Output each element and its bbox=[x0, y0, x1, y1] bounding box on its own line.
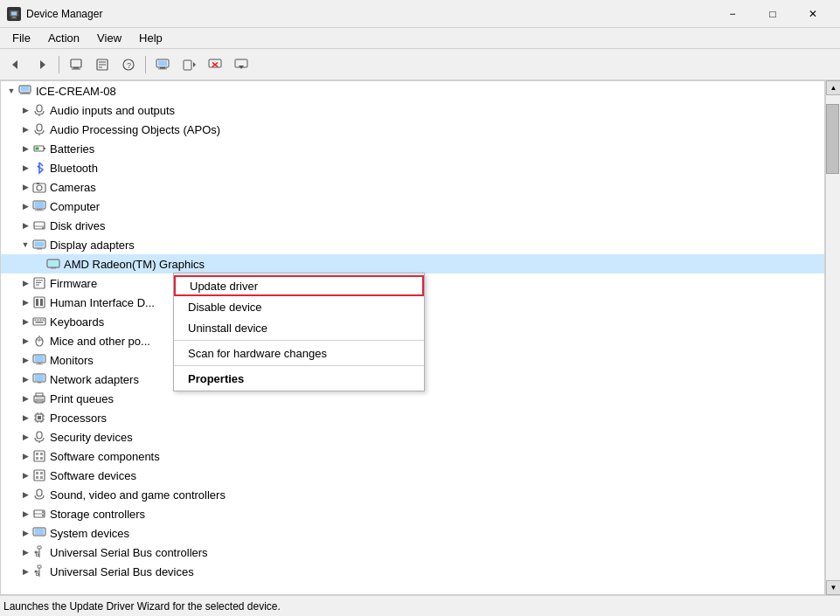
monitors-icon bbox=[32, 353, 46, 367]
expand-firmware[interactable]: ▶ bbox=[18, 276, 32, 290]
expand-monitors[interactable]: ▶ bbox=[18, 353, 32, 367]
software-components-label: Software components bbox=[50, 450, 160, 463]
expand-cameras[interactable]: ▶ bbox=[18, 180, 32, 194]
svg-rect-104 bbox=[37, 489, 42, 496]
svg-rect-95 bbox=[36, 453, 38, 455]
tree-security[interactable]: ▶ Security devices bbox=[1, 427, 824, 446]
expand-processors[interactable]: ▶ bbox=[18, 411, 32, 425]
svg-rect-35 bbox=[44, 148, 45, 149]
tree-sound[interactable]: ▶ Sound, video and game controllers bbox=[1, 485, 824, 504]
tree-software-devices[interactable]: ▶ Software devices bbox=[1, 466, 824, 485]
show-hidden-button[interactable] bbox=[64, 52, 88, 77]
svg-rect-58 bbox=[36, 299, 38, 306]
display-adapters-icon bbox=[32, 238, 46, 252]
svg-rect-32 bbox=[37, 124, 42, 131]
scan-button[interactable] bbox=[177, 52, 201, 77]
scroll-down-button[interactable]: ▼ bbox=[826, 580, 840, 595]
menu-view[interactable]: View bbox=[88, 30, 130, 46]
expand-mice[interactable]: ▶ bbox=[18, 334, 32, 348]
svg-rect-18 bbox=[158, 68, 167, 69]
scroll-up-button[interactable]: ▲ bbox=[826, 80, 840, 95]
vertical-scrollbar[interactable]: ▲ ▼ bbox=[825, 80, 840, 595]
svg-rect-83 bbox=[38, 416, 41, 419]
toolbar-sep-1 bbox=[59, 56, 59, 73]
expand-print-queues[interactable]: ▶ bbox=[18, 391, 32, 405]
svg-rect-21 bbox=[209, 59, 221, 67]
app-icon bbox=[7, 7, 21, 21]
expand-audio-inputs[interactable]: ▶ bbox=[18, 103, 32, 117]
expand-storage[interactable]: ▶ bbox=[18, 507, 32, 521]
maximize-button[interactable]: □ bbox=[753, 0, 793, 28]
expand-security[interactable]: ▶ bbox=[18, 430, 32, 444]
tree-software-components[interactable]: ▶ Software components bbox=[1, 446, 824, 466]
tree-bluetooth[interactable]: ▶ Bluetooth bbox=[1, 158, 824, 177]
bluetooth-icon bbox=[32, 161, 46, 175]
svg-rect-62 bbox=[38, 320, 39, 322]
context-menu-scan-hardware[interactable]: Scan for hardware changes bbox=[174, 343, 424, 363]
expand-display-adapters[interactable]: ▼ bbox=[18, 238, 32, 252]
expand-batteries[interactable]: ▶ bbox=[18, 142, 32, 156]
tree-usb-devices[interactable]: ▶ Universal Serial Bus devices bbox=[1, 562, 824, 581]
scroll-thumb[interactable] bbox=[826, 104, 839, 174]
menu-help[interactable]: Help bbox=[130, 30, 171, 46]
update-button[interactable] bbox=[229, 52, 253, 77]
expand-hid[interactable]: ▶ bbox=[18, 295, 32, 309]
svg-point-38 bbox=[37, 185, 42, 190]
tree-usb-controllers[interactable]: ▶ Universal Serial Bus controllers bbox=[1, 543, 824, 562]
keyboards-label: Keyboards bbox=[50, 315, 104, 329]
tree-batteries[interactable]: ▶ Batteries bbox=[1, 139, 824, 158]
tree-cameras[interactable]: ▶ Cameras bbox=[1, 177, 824, 197]
properties-button[interactable] bbox=[90, 52, 115, 77]
remove-button[interactable] bbox=[203, 52, 227, 77]
forward-button[interactable] bbox=[30, 52, 54, 77]
expand-sound[interactable]: ▶ bbox=[18, 488, 32, 502]
svg-rect-28 bbox=[22, 93, 29, 93]
expand-computer[interactable]: ▶ bbox=[18, 199, 32, 213]
expand-software-components[interactable]: ▶ bbox=[18, 449, 32, 463]
expand-audio-processing[interactable]: ▶ bbox=[18, 122, 32, 136]
expand-network[interactable]: ▶ bbox=[18, 372, 32, 386]
tree-audio-inputs[interactable]: ▶ Audio inputs and outputs bbox=[1, 100, 824, 120]
expand-keyboards[interactable]: ▶ bbox=[18, 315, 32, 329]
tree-processors[interactable]: ▶ Processors bbox=[1, 408, 824, 427]
context-menu-disable-device[interactable]: Disable device bbox=[174, 296, 424, 317]
tree-system[interactable]: ▶ System devices bbox=[1, 523, 824, 543]
expand-disk-drives[interactable]: ▶ bbox=[18, 218, 32, 232]
expand-usb-devices[interactable]: ▶ bbox=[18, 564, 32, 578]
svg-rect-57 bbox=[34, 297, 45, 308]
svg-rect-61 bbox=[35, 320, 37, 322]
tree-disk-drives[interactable]: ▶ Disk drives bbox=[1, 216, 824, 235]
tree-computer[interactable]: ▶ Computer bbox=[1, 197, 824, 216]
expand-root[interactable]: ▼ bbox=[4, 84, 18, 98]
context-menu-properties[interactable]: Properties bbox=[174, 368, 424, 389]
batteries-label: Batteries bbox=[50, 142, 94, 156]
bluetooth-label: Bluetooth bbox=[50, 162, 98, 175]
svg-point-120 bbox=[35, 571, 38, 573]
expand-software-devices[interactable]: ▶ bbox=[18, 468, 32, 482]
back-button[interactable] bbox=[3, 52, 28, 77]
tree-display-adapters[interactable]: ▼ Display adapters bbox=[1, 235, 824, 254]
tree-audio-processing[interactable]: ▶ Audio Processing Objects (APOs) bbox=[1, 120, 824, 139]
expand-usb-controllers[interactable]: ▶ bbox=[18, 545, 32, 559]
computer-button[interactable] bbox=[150, 52, 175, 77]
tree-amd-radeon[interactable]: AMD Radeon(TM) Graphics bbox=[1, 254, 824, 273]
tree-root[interactable]: ▼ ICE-CREAM-08 bbox=[1, 81, 824, 100]
minimize-button[interactable]: − bbox=[712, 0, 753, 28]
tree-storage[interactable]: ▶ Storage controllers bbox=[1, 504, 824, 523]
expand-bluetooth[interactable]: ▶ bbox=[18, 161, 32, 175]
scroll-track[interactable] bbox=[826, 95, 840, 580]
context-menu-uninstall-device[interactable]: Uninstall device bbox=[174, 317, 424, 338]
svg-rect-17 bbox=[160, 67, 165, 69]
title-bar: Device Manager − □ ✕ bbox=[0, 0, 840, 28]
svg-rect-92 bbox=[37, 432, 42, 439]
svg-rect-51 bbox=[49, 261, 59, 266]
tree-print-queues[interactable]: ▶ Print queues bbox=[1, 389, 824, 408]
expand-system[interactable]: ▶ bbox=[18, 526, 32, 540]
menu-file[interactable]: File bbox=[3, 30, 39, 46]
menu-action[interactable]: Action bbox=[39, 30, 88, 46]
context-menu-update-driver[interactable]: Update driver bbox=[174, 275, 424, 296]
usb-controllers-icon bbox=[32, 545, 46, 559]
svg-rect-98 bbox=[40, 457, 43, 460]
help-button[interactable]: ? bbox=[116, 52, 141, 77]
close-button[interactable]: ✕ bbox=[793, 0, 833, 28]
